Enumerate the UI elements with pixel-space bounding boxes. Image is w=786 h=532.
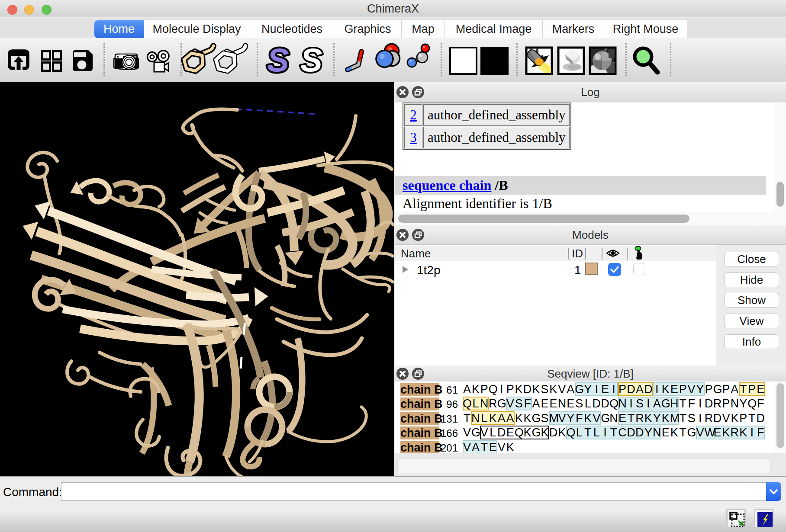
svg-text:S: S <box>267 42 289 78</box>
svg-text:S: S <box>300 42 322 78</box>
